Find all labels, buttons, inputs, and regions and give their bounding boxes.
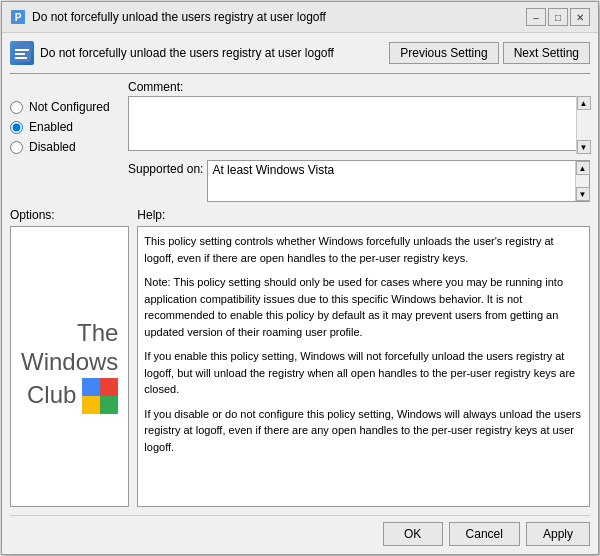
- supported-value-box: At least Windows Vista ▲ ▼: [207, 160, 590, 202]
- logo-green: [100, 396, 118, 414]
- comment-area: Comment: ▲ ▼: [128, 80, 590, 154]
- logo-red: [100, 378, 118, 396]
- disabled-label: Disabled: [29, 140, 76, 154]
- watermark-container: The Windows Club: [11, 309, 128, 425]
- next-setting-button[interactable]: Next Setting: [503, 42, 590, 64]
- ok-button[interactable]: OK: [383, 522, 443, 546]
- comment-label: Comment:: [128, 80, 590, 94]
- help-paragraph-1: This policy setting controls whether Win…: [144, 233, 583, 266]
- dialog-content: Do not forcefully unload the users regis…: [2, 33, 598, 554]
- not-configured-option[interactable]: Not Configured: [10, 100, 120, 114]
- svg-rect-4: [15, 53, 25, 55]
- main-area: Not Configured Enabled Disabled Comment:: [10, 80, 590, 202]
- comment-scroll-down[interactable]: ▼: [577, 140, 591, 154]
- cancel-button[interactable]: Cancel: [449, 522, 520, 546]
- svg-text:P: P: [15, 12, 22, 23]
- help-paragraph-3: If you enable this policy setting, Windo…: [144, 348, 583, 398]
- enabled-option[interactable]: Enabled: [10, 120, 120, 134]
- dialog-title: Do not forcefully unload the users regis…: [32, 10, 326, 24]
- title-bar-left: P Do not forcefully unload the users reg…: [10, 9, 326, 25]
- watermark-line2: Windows: [21, 348, 118, 377]
- dialog-icon: P: [10, 9, 26, 25]
- disabled-option[interactable]: Disabled: [10, 140, 120, 154]
- not-configured-label: Not Configured: [29, 100, 110, 114]
- help-label: Help:: [137, 208, 590, 222]
- svg-rect-5: [15, 57, 27, 59]
- header-section: Do not forcefully unload the users regis…: [10, 41, 590, 74]
- previous-setting-button[interactable]: Previous Setting: [389, 42, 498, 64]
- options-section: Options: The Windows Club: [10, 208, 129, 507]
- options-label: Options:: [10, 208, 129, 222]
- disabled-radio[interactable]: [10, 141, 23, 154]
- supported-scroll-up[interactable]: ▲: [576, 161, 590, 175]
- window-controls: – □ ✕: [526, 8, 590, 26]
- help-section: Help: This policy setting controls wheth…: [137, 208, 590, 507]
- radio-section: Not Configured Enabled Disabled: [10, 80, 120, 202]
- supported-value: At least Windows Vista: [212, 163, 585, 177]
- right-section: Comment: ▲ ▼ Supported on: At least Wind…: [128, 80, 590, 202]
- not-configured-radio[interactable]: [10, 101, 23, 114]
- bottom-buttons: OK Cancel Apply: [10, 515, 590, 546]
- logo-blue: [82, 378, 100, 396]
- supported-scroll-down[interactable]: ▼: [576, 187, 590, 201]
- windows-club-logo: [82, 378, 118, 414]
- enabled-label: Enabled: [29, 120, 73, 134]
- close-button[interactable]: ✕: [570, 8, 590, 26]
- enabled-radio[interactable]: [10, 121, 23, 134]
- logo-yellow: [82, 396, 100, 414]
- watermark-line1: The: [77, 319, 118, 348]
- help-paragraph-4: If you disable or do not configure this …: [144, 406, 583, 456]
- supported-label: Supported on:: [128, 160, 203, 176]
- policy-dialog: P Do not forcefully unload the users reg…: [1, 1, 599, 555]
- comment-scroll-up[interactable]: ▲: [577, 96, 591, 110]
- supported-area: Supported on: At least Windows Vista ▲ ▼: [128, 160, 590, 202]
- maximize-button[interactable]: □: [548, 8, 568, 26]
- header-left: Do not forcefully unload the users regis…: [10, 41, 334, 65]
- header-buttons: Previous Setting Next Setting: [389, 42, 590, 64]
- svg-rect-3: [15, 49, 29, 51]
- header-icon: [10, 41, 34, 65]
- help-box[interactable]: This policy setting controls whether Win…: [137, 226, 590, 507]
- options-box: The Windows Club: [10, 226, 129, 507]
- supported-scrollbar: ▲ ▼: [575, 161, 589, 201]
- watermark-line3: Club: [27, 381, 76, 410]
- header-title: Do not forcefully unload the users regis…: [40, 46, 334, 60]
- comment-scrollbar: ▲ ▼: [576, 96, 590, 154]
- options-help-row: Options: The Windows Club: [10, 208, 590, 507]
- comment-textarea[interactable]: [128, 96, 590, 151]
- title-bar: P Do not forcefully unload the users reg…: [2, 2, 598, 33]
- minimize-button[interactable]: –: [526, 8, 546, 26]
- help-paragraph-2: Note: This policy setting should only be…: [144, 274, 583, 340]
- apply-button[interactable]: Apply: [526, 522, 590, 546]
